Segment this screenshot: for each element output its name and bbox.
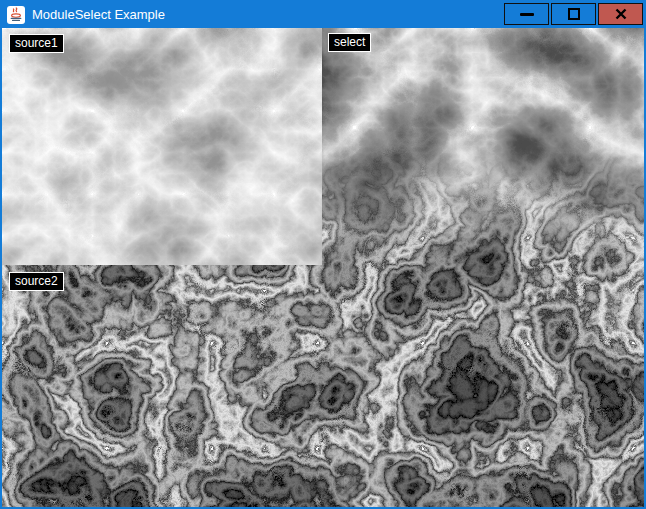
maximize-icon: [565, 5, 583, 23]
close-icon: [612, 5, 630, 23]
noise-render-viewport: source1 select source2: [2, 28, 644, 507]
window-title: ModuleSelect Example: [32, 2, 165, 28]
window-controls: [504, 3, 643, 25]
maximize-button[interactable]: [551, 3, 596, 25]
titlebar[interactable]: ModuleSelect Example: [2, 2, 644, 28]
source1-noise-layer: [2, 28, 322, 265]
close-button[interactable]: [598, 3, 643, 25]
minimize-icon: [518, 5, 536, 23]
java-coffee-cup-icon[interactable]: [7, 6, 25, 24]
minimize-button[interactable]: [504, 3, 549, 25]
panel-label-source2: source2: [9, 272, 64, 291]
app-window: ModuleSelect Example: [0, 0, 646, 509]
noise-canvas: [2, 28, 644, 507]
panel-label-source1: source1: [9, 34, 64, 53]
panel-label-select: select: [328, 33, 371, 52]
